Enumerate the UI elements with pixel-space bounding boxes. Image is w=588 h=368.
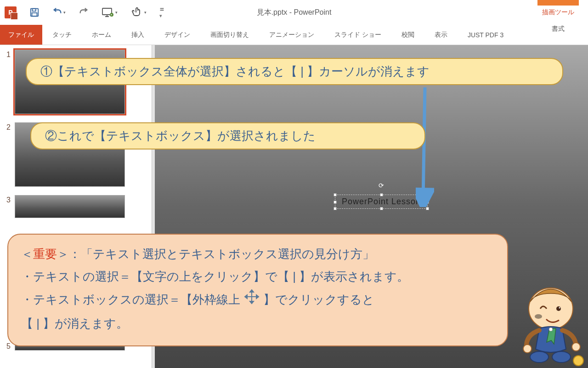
tab-justpdf[interactable]: JUST PDF 3: [458, 25, 514, 45]
annotation-important-box: ＜重要＞：「テキスト選択とテキストボックス選択の見分け方」 ・テキストの選択＝【…: [7, 234, 508, 346]
textbox-content[interactable]: PowerPoint Lesson: [342, 197, 421, 206]
svg-point-16: [552, 351, 571, 362]
svg-point-11: [535, 314, 542, 319]
move-cursor-icon: [243, 288, 260, 312]
thumbnail-number: 1: [6, 50, 15, 59]
mascot-character-icon: [507, 283, 585, 366]
resize-handle[interactable]: [380, 207, 383, 210]
important-title: ＞：「テキスト選択とテキストボックス選択の見分け方」: [57, 247, 374, 261]
drawing-tools-label: 描画ツール: [537, 6, 579, 17]
svg-point-17: [573, 356, 583, 366]
svg-point-10: [559, 307, 560, 309]
svg-point-12: [549, 328, 553, 331]
app-icon: P: [5, 6, 17, 18]
tab-touch[interactable]: タッチ: [42, 25, 82, 45]
important-line-2a: ・テキストボックスの選択＝【外枠線上: [21, 293, 240, 306]
svg-rect-1: [32, 9, 35, 12]
annotation-callout-2: ②これで【テキストボックス】が選択されました: [30, 122, 425, 150]
svg-point-9: [556, 306, 561, 311]
important-line-3: 【 | 】が消えます。: [21, 312, 494, 335]
rotate-handle-icon[interactable]: ⟳: [379, 182, 384, 189]
svg-point-14: [572, 343, 580, 351]
resize-handle[interactable]: [334, 201, 337, 204]
qat-customize-button[interactable]: 〓▾: [159, 6, 164, 19]
svg-point-8: [529, 288, 573, 329]
tab-home[interactable]: ホーム: [82, 25, 121, 45]
tab-animation[interactable]: アニメーション: [259, 25, 324, 45]
tab-design[interactable]: デザイン: [154, 25, 200, 45]
thumbnail-row: 3: [0, 195, 152, 218]
selected-textbox[interactable]: ⟳ PowerPoint Lesson: [335, 195, 428, 209]
resize-handle[interactable]: [426, 207, 429, 210]
important-line-1: ・テキストの選択＝【文字の上をクリック】で【 | 】が表示されます。: [21, 265, 494, 288]
tab-view[interactable]: 表示: [424, 25, 458, 45]
tab-file[interactable]: ファイル: [0, 25, 42, 45]
important-label: 重要: [33, 247, 57, 261]
resize-handle[interactable]: [334, 193, 337, 196]
tab-insert[interactable]: 挿入: [121, 25, 154, 45]
slideshow-button[interactable]: ▾: [102, 7, 118, 18]
tab-transition[interactable]: 画面切り替え: [200, 25, 259, 45]
important-prefix: ＜: [21, 247, 33, 261]
tab-review[interactable]: 校閲: [391, 25, 424, 45]
slide-thumbnail-3[interactable]: [15, 195, 125, 218]
important-line-2b: 】でクリックすると: [263, 293, 374, 306]
ribbon-tabs: ファイル タッチ ホーム 挿入 デザイン 画面切り替え アニメーション スライド…: [0, 25, 588, 45]
thumbnail-number: 3: [6, 195, 15, 204]
touch-mode-button[interactable]: ▾: [130, 7, 147, 18]
annotation-callout-1: ①【テキストボックス全体が選択】されると【 | 】カーソルが消えます: [26, 58, 563, 85]
quick-access-toolbar: P ▾ ▾ ▾ 〓▾: [5, 6, 164, 19]
resize-handle[interactable]: [380, 193, 383, 196]
save-button[interactable]: [29, 7, 40, 17]
document-title: 見本.pptx - PowerPoint: [257, 8, 332, 17]
redo-button[interactable]: [79, 7, 89, 17]
tab-slideshow[interactable]: スライド ショー: [324, 25, 391, 45]
undo-button[interactable]: ▾: [52, 7, 66, 17]
svg-rect-2: [32, 13, 37, 16]
drawing-tools-tab-group: 描画ツール: [537, 0, 579, 17]
svg-point-15: [530, 351, 548, 362]
thumbnail-number: 2: [6, 122, 15, 132]
tab-format[interactable]: 書式: [537, 25, 579, 33]
resize-handle[interactable]: [334, 207, 337, 210]
svg-point-13: [523, 345, 531, 353]
title-bar: P ▾ ▾ ▾ 〓▾ 見本.pptx - PowerPoint 描画ツール: [0, 0, 588, 25]
